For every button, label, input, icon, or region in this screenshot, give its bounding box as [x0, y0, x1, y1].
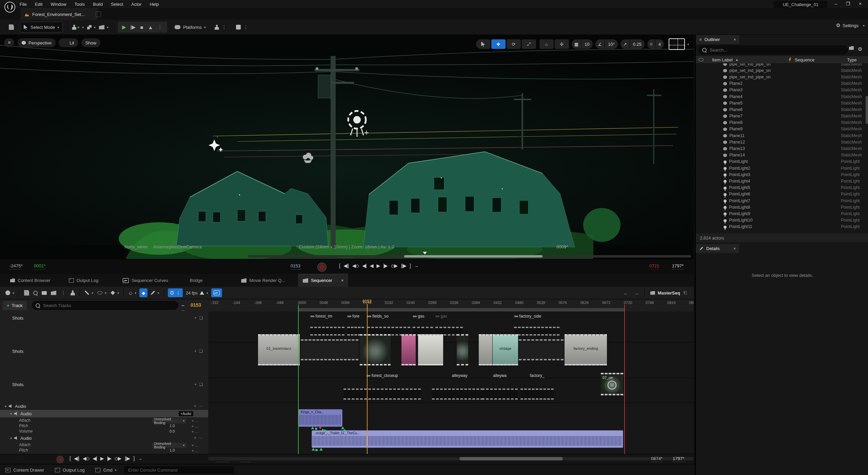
- keyframe-options-dropdown[interactable]: ◇▾: [129, 290, 136, 296]
- outliner-row[interactable]: PointLight6PointLight: [696, 191, 868, 197]
- content-drawer-button[interactable]: Content Drawer: [0, 464, 50, 475]
- rotate-tool-button[interactable]: ⟳: [507, 39, 521, 49]
- track-search-input[interactable]: Search Tracks: [32, 301, 178, 310]
- viewport-menu-icon[interactable]: ≡: [4, 38, 14, 47]
- record-button[interactable]: [57, 456, 63, 462]
- film-strip-section[interactable]: [520, 388, 554, 400]
- shots-track-1[interactable]: Shots: [12, 316, 23, 321]
- scale-snap-value[interactable]: 0.25: [630, 39, 645, 49]
- close-button[interactable]: ×: [858, 1, 863, 6]
- snap-button[interactable]: Ω⋮: [168, 288, 182, 297]
- audio-prop-value[interactable]: 1.0: [170, 424, 175, 428]
- multi-user-button[interactable]: ⋮: [215, 24, 229, 30]
- dock-tab-output-log[interactable]: Output Log: [64, 274, 103, 287]
- document-tab[interactable]: Forest_Environment_Set...: [20, 8, 98, 20]
- prop-key-icons[interactable]: +…: [192, 424, 199, 428]
- outliner-row[interactable]: Plane12StaticMesh: [696, 139, 868, 145]
- output-log-button[interactable]: Output Log: [50, 464, 90, 475]
- shot-section-label[interactable]: alleyway: [452, 373, 467, 378]
- outliner-row[interactable]: PointLightPointLight: [696, 158, 868, 165]
- save-sequence-icon[interactable]: [24, 290, 29, 296]
- breadcrumb[interactable]: MasterSeq: [658, 290, 680, 296]
- shot-section-label[interactable]: »»gas: [413, 314, 425, 319]
- shot-section-label[interactable]: »»factory_side: [514, 314, 541, 319]
- outliner-row[interactable]: pipe_set_ind_pipe_snStaticMesh: [696, 63, 868, 67]
- sequencer-current-frame[interactable]: 0153: [191, 302, 201, 308]
- film-strip-section[interactable]: [519, 339, 564, 360]
- outliner-scrollbar[interactable]: [866, 96, 868, 124]
- track-add-icons[interactable]: + ⋯: [194, 436, 203, 440]
- surface-snap-button[interactable]: ✣: [555, 39, 569, 49]
- grid-snap-icon[interactable]: ▦: [572, 39, 581, 49]
- film-strip-section[interactable]: [432, 388, 487, 400]
- nav-forward-icon[interactable]: →: [634, 290, 639, 296]
- prop-key-icons[interactable]: +…: [192, 449, 199, 453]
- rotation-snap-value[interactable]: 10°: [605, 39, 618, 49]
- record-button[interactable]: [318, 263, 326, 271]
- audio-group-row[interactable]: ▾Audio: [0, 402, 208, 410]
- lock-icon[interactable]: ⎗: [684, 290, 687, 296]
- transport-icon[interactable]: ▶: [100, 456, 104, 461]
- track-add-icons[interactable]: + ❏: [194, 382, 203, 387]
- collapse-triangle-icon[interactable]: ▾: [10, 436, 12, 440]
- camera-speed-value[interactable]: 4: [655, 39, 664, 49]
- track-add-icons[interactable]: + ❏: [194, 349, 203, 354]
- playback-start[interactable]: 0001*: [34, 263, 45, 269]
- transport-icon[interactable]: ◇▶: [115, 456, 121, 461]
- film-strip-section[interactable]: [310, 327, 344, 336]
- prop-key-icons[interactable]: +…: [192, 430, 199, 434]
- nav-back-icon[interactable]: ←: [624, 290, 629, 296]
- audio-track-row[interactable]: ▾Audio+Audio: [0, 410, 208, 417]
- playback-end[interactable]: 0721: [649, 263, 659, 269]
- transport-icon[interactable]: ◀|: [93, 456, 97, 461]
- transport-icon[interactable]: ◀∥: [74, 456, 79, 461]
- outliner-row[interactable]: Plane3StaticMesh: [696, 87, 868, 93]
- outliner-row[interactable]: Plane4StaticMesh: [696, 93, 868, 100]
- outliner-row[interactable]: Plane14StaticMesh: [696, 152, 868, 158]
- timeline-scrollbar-track[interactable]: [208, 457, 694, 460]
- viewport-layout-button[interactable]: [669, 38, 685, 50]
- edit-options-dropdown[interactable]: ▾: [85, 291, 93, 295]
- outliner-search-input[interactable]: Search...: [698, 45, 848, 54]
- scale-tool-button[interactable]: ⤢: [522, 39, 536, 49]
- stop-icon[interactable]: ■: [137, 24, 146, 30]
- curve-editor-button[interactable]: [211, 288, 222, 297]
- transport-icon[interactable]: [: [339, 263, 340, 268]
- outliner-row[interactable]: Plane11StaticMesh: [696, 132, 868, 139]
- sequencer-timeline[interactable]: -192-144-096-048000000480096014401920240…: [208, 299, 694, 454]
- playback-end-line[interactable]: [624, 305, 625, 454]
- lit-dropdown[interactable]: Lit: [59, 38, 78, 47]
- select-tool-button[interactable]: [476, 39, 490, 49]
- platforms-dropdown[interactable]: Platforms ▾: [175, 25, 206, 30]
- transport-icon[interactable]: →: [414, 263, 418, 268]
- render-movie-icon[interactable]: [51, 291, 56, 295]
- outliner-row[interactable]: Plane9StaticMesh: [696, 126, 868, 132]
- unresolved-binding-dropdown[interactable]: Unresolved Binding▾: [152, 443, 186, 448]
- menu-actor[interactable]: Actor: [131, 2, 142, 7]
- view-options-dropdown[interactable]: ▾: [97, 291, 106, 295]
- dock-tab-bridge[interactable]: Bridge: [185, 274, 208, 287]
- playhead-frame-label[interactable]: 0153: [359, 299, 375, 304]
- unresolved-binding-dropdown[interactable]: Unresolved Binding▾: [152, 418, 186, 423]
- transport-icon[interactable]: ∥▶: [401, 263, 406, 268]
- shot-thumbnail[interactable]: [418, 334, 443, 365]
- shot-thumbnail[interactable]: vintage: [493, 334, 518, 365]
- shot-section-label[interactable]: »»fields_so: [367, 314, 389, 319]
- work-range-start[interactable]: -2475*: [9, 263, 22, 269]
- keyframe-marker[interactable]: [323, 430, 326, 432]
- keyframe-marker[interactable]: [315, 428, 317, 430]
- menu-tools[interactable]: Tools: [74, 2, 85, 7]
- transport-icon[interactable]: ▶: [376, 263, 380, 268]
- details-tab[interactable]: Details ×: [696, 244, 739, 253]
- current-frame-field[interactable]: 0153: [291, 263, 300, 269]
- chevron-down-icon[interactable]: ▾: [687, 42, 689, 46]
- cmd-dropdown[interactable]: Cmd ▾: [90, 464, 122, 475]
- outliner-row[interactable]: PointLight8PointLight: [696, 204, 868, 210]
- outliner-row[interactable]: pipe_set_ind_pipe_snStaticMesh: [696, 74, 868, 80]
- visibility-column-icon[interactable]: [698, 58, 704, 61]
- outliner-row[interactable]: PointLight7PointLight: [696, 197, 868, 204]
- timeline-scrollbar-thumb[interactable]: [459, 457, 563, 460]
- shot-thumbnail[interactable]: [457, 334, 468, 365]
- shot-section-label[interactable]: »»forest_im: [310, 314, 332, 319]
- audio-track-row-2[interactable]: ▾Audio: [0, 434, 208, 442]
